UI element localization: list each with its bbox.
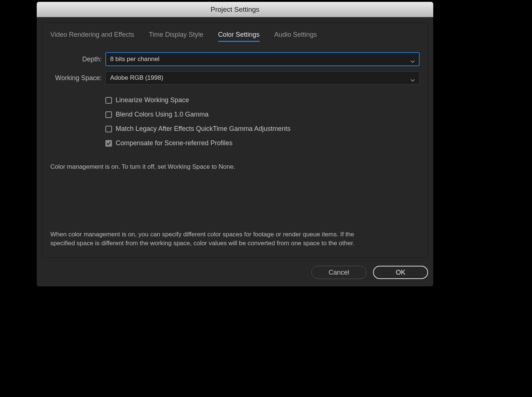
chevron-down-icon	[410, 58, 415, 61]
depth-row: Depth: 8 bits per channel	[50, 52, 420, 66]
tab-bar: Video Rendering and Effects Time Display…	[50, 31, 420, 42]
checkbox-label: Blend Colors Using 1.0 Gamma	[116, 111, 209, 118]
checkbox-linearize[interactable]: Linearize Working Space	[105, 96, 420, 104]
working-space-value: Adobe RGB (1998)	[110, 74, 163, 82]
checkbox-label: Linearize Working Space	[116, 96, 189, 104]
window-title: Project Settings	[210, 6, 259, 14]
depth-label: Depth:	[50, 56, 105, 63]
checkbox-list: Linearize Working Space Blend Colors Usi…	[105, 96, 420, 154]
checkbox-icon	[105, 97, 112, 104]
working-space-label: Working Space:	[50, 74, 105, 82]
info-description: When color management is on, you can spe…	[50, 230, 355, 248]
working-space-row: Working Space: Adobe RGB (1998)	[50, 71, 420, 85]
checkbox-icon	[105, 140, 112, 147]
tab-color-settings[interactable]: Color Settings	[218, 31, 260, 42]
checkbox-compensate-scene[interactable]: Compensate for Scene-referred Profiles	[105, 139, 420, 147]
project-settings-dialog: Project Settings Video Rendering and Eff…	[37, 2, 433, 286]
checkbox-icon	[105, 111, 112, 118]
checkbox-label: Match Legacy After Effects QuickTime Gam…	[116, 125, 290, 133]
ok-button[interactable]: OK	[373, 266, 428, 279]
tab-video-rendering[interactable]: Video Rendering and Effects	[50, 31, 134, 42]
cancel-button[interactable]: Cancel	[311, 266, 366, 279]
titlebar: Project Settings	[37, 2, 433, 17]
checkbox-match-legacy[interactable]: Match Legacy After Effects QuickTime Gam…	[105, 125, 420, 133]
working-space-dropdown[interactable]: Adobe RGB (1998)	[105, 71, 420, 85]
checkbox-blend-gamma[interactable]: Blend Colors Using 1.0 Gamma	[105, 111, 420, 118]
depth-value: 8 bits per channel	[110, 56, 159, 63]
tab-time-display[interactable]: Time Display Style	[149, 31, 203, 42]
dialog-body: Video Rendering and Effects Time Display…	[37, 17, 433, 286]
checkbox-label: Compensate for Scene-referred Profiles	[116, 139, 232, 147]
tab-audio-settings[interactable]: Audio Settings	[274, 31, 317, 42]
chevron-down-icon	[410, 76, 415, 79]
settings-panel: Video Rendering and Effects Time Display…	[42, 22, 428, 258]
dialog-footer: Cancel OK	[42, 266, 428, 279]
info-status: Color management is on. To turn it off, …	[50, 163, 420, 171]
checkbox-icon	[105, 126, 112, 132]
spacer	[50, 171, 420, 230]
depth-dropdown[interactable]: 8 bits per channel	[105, 52, 420, 66]
